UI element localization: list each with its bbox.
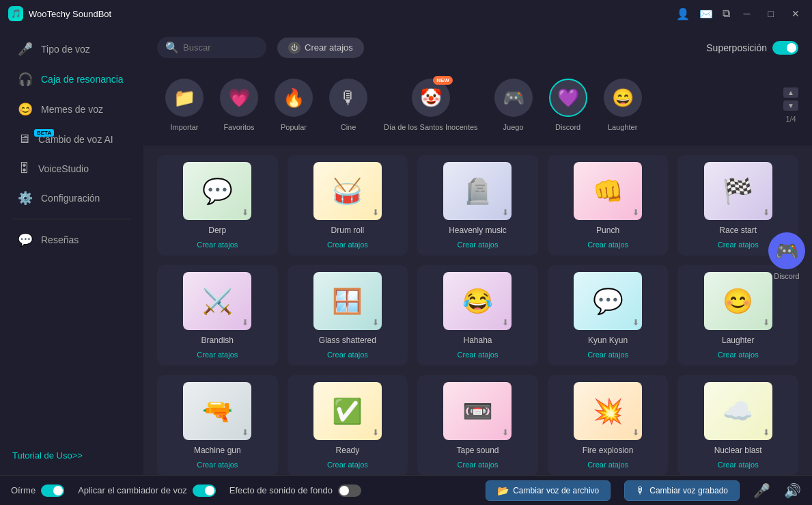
sound-card-hahaha[interactable]: 😂 ⬇ Hahaha Crear atajos	[417, 265, 538, 366]
titlebar: 🎵 WooTechy SoundBot 👤 ✉️ ⧉ ─ □ ✕	[0, 0, 812, 27]
sound-shortcut[interactable]: Crear atajos	[458, 351, 499, 359]
category-importar[interactable]: 📁 Importar	[157, 74, 212, 136]
category-cine[interactable]: 🎙 Cine	[321, 74, 376, 136]
category-discord[interactable]: 💜 Discord	[541, 74, 596, 136]
efecto-toggle[interactable]	[338, 484, 361, 497]
oirme-control: Oírme	[11, 484, 64, 497]
efecto-label: Efecto de sonido de fondo	[229, 485, 333, 495]
sound-card-derp[interactable]: 💬 ⬇ Derp Crear atajos	[157, 155, 278, 256]
aplicar-toggle[interactable]	[193, 484, 216, 497]
sound-card-fire-explosion[interactable]: 💥 ⬇ Fire explosion Crear atajos	[548, 375, 669, 475]
oirme-toggle[interactable]	[41, 484, 64, 497]
sound-name: Nuclear blast	[714, 446, 762, 455]
superposition-label: Superposición	[706, 42, 767, 53]
search-box[interactable]: 🔍	[157, 37, 266, 58]
sidebar-item-tipo-de-voz[interactable]: 🎤 Tipo de voz	[5, 35, 138, 64]
sidebar-item-cambio-de-voz-ai[interactable]: 🖥 Cambio de voz AI BETA	[5, 125, 138, 153]
cambiar-archivo-button[interactable]: 📂 Cambiar voz de archivo	[486, 480, 611, 501]
superposition-control: Superposición	[706, 41, 798, 55]
category-juego[interactable]: 🎮 Juego	[486, 74, 541, 136]
sound-shortcut[interactable]: Crear atajos	[327, 351, 368, 359]
speaker-button[interactable]: 🔊	[784, 482, 801, 499]
sound-name: Hahaha	[463, 336, 492, 345]
microphone-icon: 🎤	[18, 42, 33, 57]
settings-icon[interactable]: ⧉	[723, 8, 730, 20]
sound-card-heavenly-music[interactable]: 🪦 ⬇ Heavenly music Crear atajos	[417, 155, 538, 256]
sound-thumb-hahaha: 😂 ⬇	[443, 272, 512, 330]
download-icon: ⬇	[502, 208, 509, 217]
titlebar-right: 👤 ✉️ ⧉ ─ □ ✕	[676, 8, 804, 21]
sidebar-item-caja-resonancia[interactable]: 🎧 Caja de resonancia	[5, 65, 138, 94]
sound-card-nuclear[interactable]: ☁️ ⬇ Nuclear blast Crear atajos	[677, 375, 798, 475]
minimize-button[interactable]: ─	[740, 8, 755, 19]
sound-shortcut[interactable]: Crear atajos	[327, 241, 368, 249]
category-next-button[interactable]: ▼	[783, 100, 798, 111]
sidebar-item-voicestudio[interactable]: 🎛 VoiceStudio	[5, 154, 138, 182]
sound-shortcut[interactable]: Crear atajos	[587, 241, 628, 249]
efecto-control: Efecto de sonido de fondo	[229, 484, 361, 497]
close-button[interactable]: ✕	[787, 8, 804, 19]
sound-shortcut[interactable]: Crear atajos	[458, 461, 499, 469]
cine-label: Cine	[341, 122, 356, 132]
category-dia-santos[interactable]: 🤡 NEW Día de los Santos Inocentes	[376, 74, 486, 136]
sound-card-ready[interactable]: ✅ ⬇ Ready Crear atajos	[288, 375, 408, 475]
sound-card-machine-gun[interactable]: 🔫 ⬇ Machine gun Crear atajos	[157, 375, 278, 475]
create-shortcut-label: Crear atajos	[305, 42, 353, 53]
search-icon: 🔍	[165, 41, 179, 54]
sound-card-kyun-kyun[interactable]: 💬 ⬇ Kyun Kyun Crear atajos	[548, 265, 669, 366]
download-icon: ⬇	[372, 318, 379, 327]
sound-shortcut[interactable]: Crear atajos	[587, 351, 628, 359]
sound-card-brandish[interactable]: ⚔️ ⬇ Brandish Crear atajos	[157, 265, 278, 366]
sound-card-drum-roll[interactable]: 🥁 ⬇ Drum roll Crear atajos	[288, 155, 408, 256]
sound-grid: 💬 ⬇ Derp Crear atajos 🥁 ⬇ Drum roll Crea…	[157, 155, 798, 475]
sidebar-item-configuracion[interactable]: ⚙️ Configuración	[5, 184, 138, 213]
popular-icon: 🔥	[275, 79, 313, 117]
sidebar-item-resenas[interactable]: 💬 Reseñas	[5, 226, 138, 254]
sound-card-punch[interactable]: 👊 ⬇ Punch Crear atajos	[548, 155, 669, 256]
sound-shortcut[interactable]: Crear atajos	[718, 351, 759, 359]
mail-icon[interactable]: ✉️	[699, 8, 713, 21]
aplicar-control: Aplicar el cambiador de voz	[78, 484, 216, 497]
sound-shortcut[interactable]: Crear atajos	[458, 241, 499, 249]
download-icon: ⬇	[372, 208, 379, 217]
sidebar-item-memes-de-voz[interactable]: 😊 Memes de voz	[5, 95, 138, 124]
sidebar-item-label: Memes de voz	[41, 104, 103, 115]
sound-shortcut[interactable]: Crear atajos	[718, 461, 759, 469]
download-icon: ⬇	[632, 208, 639, 217]
category-laughter[interactable]: 😄 Laughter	[596, 74, 650, 136]
search-input[interactable]	[183, 42, 258, 53]
cambiar-grabado-button[interactable]: 🎙 Cambiar voz grabado	[624, 480, 740, 501]
mic-button[interactable]: 🎤	[753, 482, 770, 499]
sound-card-laughter[interactable]: 😊 ⬇ Laughter Crear atajos	[677, 265, 798, 366]
oirme-label: Oírme	[11, 485, 36, 495]
create-shortcut-button[interactable]: ⏻ Crear atajos	[277, 38, 364, 58]
download-icon: ⬇	[372, 428, 379, 437]
sound-thumb-brandish: ⚔️ ⬇	[183, 272, 251, 330]
titlebar-left: 🎵 WooTechy SoundBot	[8, 6, 111, 21]
sound-card-glass-shattered[interactable]: 🪟 ⬇ Glass shattered Crear atajos	[288, 265, 408, 366]
sound-shortcut[interactable]: Crear atajos	[327, 461, 368, 469]
category-popular[interactable]: 🔥 Popular	[266, 74, 321, 136]
superposition-toggle[interactable]	[772, 41, 798, 55]
category-prev-button[interactable]: ▲	[783, 87, 798, 98]
sound-shortcut[interactable]: Crear atajos	[197, 351, 238, 359]
user-icon[interactable]: 👤	[676, 8, 690, 21]
discord-float[interactable]: 🎮 Discord	[768, 232, 805, 280]
category-favoritos[interactable]: 💗 Favoritos	[212, 74, 266, 136]
sound-card-tape[interactable]: 📼 ⬇ Tape sound Crear atajos	[417, 375, 538, 475]
cine-icon: 🎙	[329, 79, 367, 117]
tutorial-link[interactable]: Tutorial de Uso>>	[12, 450, 83, 461]
sound-shortcut[interactable]: Crear atajos	[197, 241, 238, 249]
category-nav: ▲ ▼ 1/4	[783, 87, 798, 123]
record-icon: 🎙	[636, 485, 645, 496]
sound-shortcut[interactable]: Crear atajos	[587, 461, 628, 469]
sound-grid-container[interactable]: 💬 ⬇ Derp Crear atajos 🥁 ⬇ Drum roll Crea…	[143, 146, 812, 475]
sound-shortcut[interactable]: Crear atajos	[197, 461, 238, 469]
sound-name: Laughter	[722, 336, 754, 345]
maximize-button[interactable]: □	[764, 8, 778, 19]
sound-name: Kyun Kyun	[588, 336, 628, 345]
dia-santos-label: Día de los Santos Inocentes	[384, 122, 478, 132]
sound-name: Tape sound	[456, 446, 499, 455]
sound-shortcut[interactable]: Crear atajos	[718, 241, 759, 249]
power-icon: ⏻	[288, 42, 300, 54]
